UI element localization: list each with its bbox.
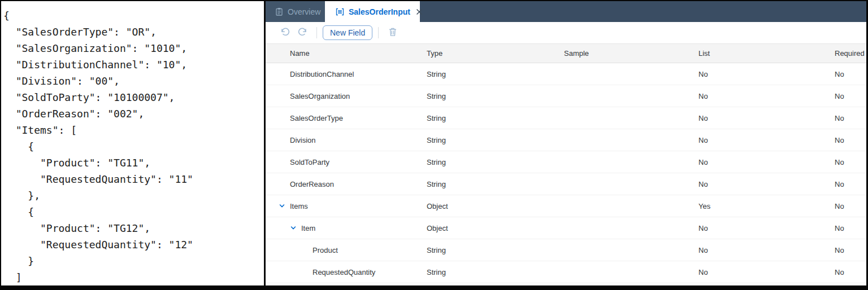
cell-required: No	[835, 92, 866, 100]
cell-name: Division	[266, 136, 427, 144]
cell-name: RequestedQuantity	[266, 268, 427, 276]
cell-name: SoldToParty	[266, 158, 427, 166]
cell-type: String	[427, 70, 564, 78]
redo-button[interactable]	[294, 25, 311, 41]
cell-list: No	[698, 246, 835, 254]
field-name-label: Item	[301, 224, 315, 232]
table-row[interactable]: ItemObjectNoNo	[266, 217, 866, 239]
tab-overview[interactable]: Overview	[266, 1, 325, 22]
table-row[interactable]: OrderReasonStringNoNo	[266, 173, 866, 195]
cell-type: String	[427, 268, 564, 276]
cell-list: No	[698, 268, 835, 276]
cell-name: OrderReason	[266, 180, 427, 188]
cell-type: Object	[427, 202, 564, 210]
cell-type: String	[427, 180, 564, 188]
column-header-sample[interactable]: Sample	[564, 49, 698, 58]
redo-icon	[297, 28, 307, 38]
table-row[interactable]: SalesOrderTypeStringNoNo	[266, 107, 866, 129]
cell-type: String	[427, 114, 564, 122]
field-name-label: Division	[290, 136, 316, 144]
cell-type: String	[427, 136, 564, 144]
clipboard-icon	[275, 7, 283, 16]
cell-required: No	[835, 158, 866, 166]
cell-required: No	[835, 136, 866, 144]
cell-required: No	[835, 224, 866, 232]
cell-name: Items	[266, 202, 427, 210]
table-row[interactable]: ProductStringNoNo	[266, 239, 866, 261]
field-name-label: SoldToParty	[290, 158, 329, 166]
tab-bar: Overview SalesOrderInput	[266, 1, 866, 22]
cell-required: No	[835, 268, 866, 276]
undo-icon	[280, 28, 290, 38]
cell-name: Item	[266, 224, 427, 232]
trash-icon	[388, 27, 397, 38]
field-name-label: SalesOrderType	[290, 114, 343, 122]
cell-list: No	[698, 180, 835, 188]
table-row[interactable]: ItemsObjectYesNo	[266, 195, 866, 217]
cell-required: No	[835, 180, 866, 188]
toolbar: New Field	[266, 22, 866, 43]
json-content[interactable]: { "SalesOrderType": "OR", "SalesOrganiza…	[1, 1, 264, 285]
json-editor-panel: { "SalesOrderType": "OR", "SalesOrganiza…	[1, 1, 266, 285]
column-header-name[interactable]: Name	[266, 49, 427, 58]
form-icon	[336, 8, 344, 16]
model-editor-panel: Overview SalesOrderInput	[266, 1, 866, 285]
cell-required: No	[835, 114, 866, 122]
column-header-type[interactable]: Type	[427, 49, 564, 58]
table-header-row: Name Type Sample List Required	[266, 43, 866, 63]
table-row[interactable]: SalesOrganizationStringNoNo	[266, 85, 866, 107]
field-name-label: RequestedQuantity	[313, 268, 375, 276]
table-row[interactable]: DistributionChannelStringNoNo	[266, 63, 866, 85]
field-name-label: OrderReason	[290, 180, 334, 188]
tab-overview-label: Overview	[288, 7, 320, 16]
cell-list: No	[698, 114, 835, 122]
field-name-label: Items	[290, 202, 308, 210]
cell-type: String	[427, 158, 564, 166]
toolbar-separator	[316, 27, 317, 38]
column-header-list[interactable]: List	[698, 49, 835, 58]
tab-salesorderinput[interactable]: SalesOrderInput	[325, 1, 420, 22]
new-field-button[interactable]: New Field	[323, 25, 372, 40]
schema-table: Name Type Sample List Required Distribut…	[266, 43, 866, 285]
chevron-down-icon[interactable]	[290, 225, 301, 231]
column-header-required[interactable]: Required	[835, 49, 866, 58]
table-body: DistributionChannelStringNoNoSalesOrgani…	[266, 63, 866, 283]
cell-list: No	[698, 92, 835, 100]
toolbar-separator	[378, 27, 379, 38]
cell-type: String	[427, 246, 564, 254]
close-icon[interactable]	[416, 8, 423, 15]
cell-list: No	[698, 224, 835, 232]
table-row[interactable]: DivisionStringNoNo	[266, 129, 866, 151]
cell-name: DistributionChannel	[266, 70, 427, 78]
table-row[interactable]: RequestedQuantityStringNoNo	[266, 261, 866, 283]
field-name-label: Product	[313, 246, 338, 254]
app-window: { "SalesOrderType": "OR", "SalesOrganiza…	[0, 0, 868, 290]
field-name-label: SalesOrganization	[290, 92, 350, 100]
tab-salesorderinput-label: SalesOrderInput	[349, 7, 410, 16]
cell-name: SalesOrganization	[266, 92, 427, 100]
undo-button[interactable]	[277, 25, 294, 41]
cell-list: No	[698, 70, 835, 78]
cell-name: SalesOrderType	[266, 114, 427, 122]
table-row[interactable]: SoldToPartyStringNoNo	[266, 151, 866, 173]
cell-required: No	[835, 70, 866, 78]
cell-required: No	[835, 246, 866, 254]
cell-name: Product	[266, 246, 427, 254]
cell-required: No	[835, 202, 866, 210]
cell-list: Yes	[698, 202, 835, 210]
cell-list: No	[698, 158, 835, 166]
cell-type: Object	[427, 224, 564, 232]
cell-list: No	[698, 136, 835, 144]
field-name-label: DistributionChannel	[290, 70, 354, 78]
delete-button[interactable]	[384, 25, 401, 41]
chevron-down-icon[interactable]	[279, 203, 290, 209]
cell-type: String	[427, 92, 564, 100]
